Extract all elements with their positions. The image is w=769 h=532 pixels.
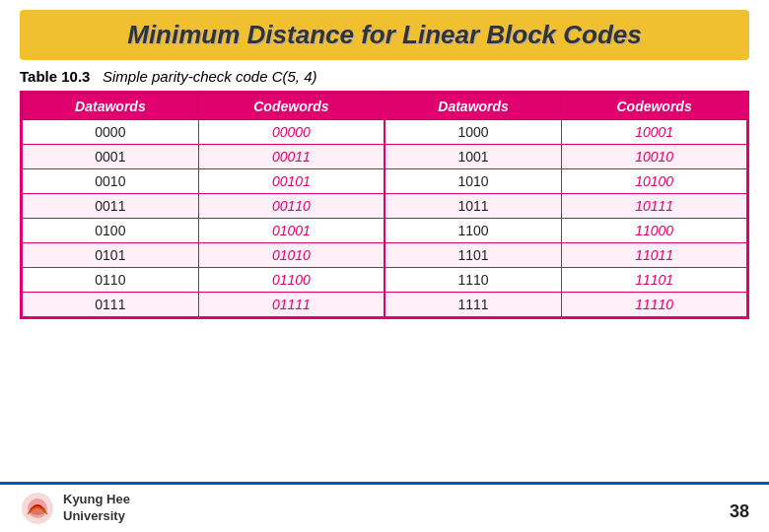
- dataword-cell: 0000: [23, 120, 199, 145]
- dataword-cell: 1110: [384, 268, 562, 293]
- codeword-cell: 01111: [198, 293, 384, 317]
- codeword-cell: 01100: [198, 268, 384, 293]
- dataword-cell: 0111: [23, 293, 199, 317]
- table-row: 001100110101110111: [23, 194, 747, 219]
- codeword-cell: 10001: [562, 120, 747, 145]
- dataword-cell: 1101: [384, 243, 562, 268]
- dataword-cell: 1001: [384, 145, 562, 169]
- dataword-cell: 1000: [384, 120, 562, 145]
- codeword-cell: 10111: [562, 194, 747, 219]
- dataword-cell: 0110: [23, 268, 199, 293]
- dataword-cell: 1111: [384, 293, 562, 317]
- table-row: 000100011100110010: [23, 145, 747, 169]
- codeword-cell: 11101: [562, 268, 747, 293]
- table-row: 010001001110011000: [23, 219, 747, 243]
- page-footer: Kyung Hee University 38: [0, 482, 769, 532]
- table-description: Simple parity-check code C(5, 4): [103, 68, 317, 85]
- codeword-cell: 01001: [198, 219, 384, 243]
- table-row: 011101111111111110: [23, 293, 747, 317]
- codeword-cell: 00101: [198, 169, 384, 194]
- codeword-cell: 00011: [198, 145, 384, 169]
- table-row: 010101010110111011: [23, 243, 747, 268]
- codeword-cell: 00110: [198, 194, 384, 219]
- table-subtitle: Table 10.3 Simple parity-check code C(5,…: [20, 68, 749, 85]
- dataword-cell: 0010: [23, 169, 199, 194]
- svg-point-2: [30, 505, 45, 515]
- col-header-dw2: Datawords: [384, 94, 562, 120]
- col-header-cw1: Codewords: [198, 94, 384, 120]
- codeword-cell: 11000: [562, 219, 747, 243]
- university-logo-icon: [20, 491, 55, 526]
- page-title: Minimum Distance for Linear Block Codes: [39, 20, 730, 50]
- codeword-cell: 00000: [198, 120, 384, 145]
- col-header-cw2: Codewords: [562, 94, 747, 120]
- codeword-cell: 10100: [562, 169, 747, 194]
- dataword-cell: 1100: [384, 219, 562, 243]
- dataword-cell: 0001: [23, 145, 199, 169]
- data-table: Datawords Codewords Datawords Codewords …: [20, 91, 749, 319]
- codeword-cell: 11110: [562, 293, 747, 317]
- page-number: 38: [730, 501, 749, 522]
- col-header-dw1: Datawords: [23, 94, 199, 120]
- university-name: Kyung Hee University: [63, 492, 130, 525]
- dataword-cell: 0101: [23, 243, 199, 268]
- codeword-cell: 10010: [562, 145, 747, 169]
- table-row: 000000000100010001: [23, 120, 747, 145]
- dataword-cell: 0100: [23, 219, 199, 243]
- table-row: 011001100111011101: [23, 268, 747, 293]
- logo-area: Kyung Hee University: [20, 491, 130, 526]
- dataword-cell: 1010: [384, 169, 562, 194]
- dataword-cell: 1011: [384, 194, 562, 219]
- page-header: Minimum Distance for Linear Block Codes: [20, 10, 749, 60]
- table-number: Table 10.3: [20, 68, 90, 85]
- dataword-cell: 0011: [23, 194, 199, 219]
- codeword-cell: 11011: [562, 243, 747, 268]
- table-row: 001000101101010100: [23, 169, 747, 194]
- codeword-cell: 01010: [198, 243, 384, 268]
